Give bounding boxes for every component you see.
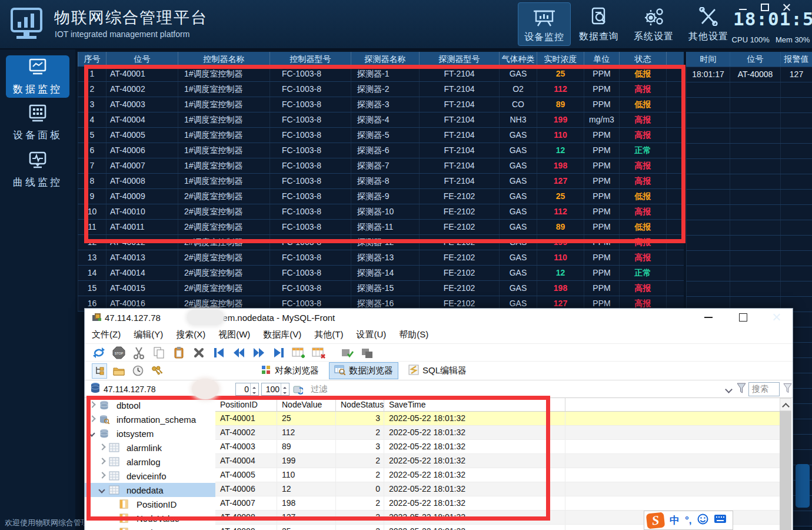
nav-last-icon[interactable]	[272, 346, 286, 360]
tree-item-label: NodeStatus	[137, 528, 182, 530]
nav-first-icon[interactable]	[212, 346, 226, 360]
tab-label: 对象浏览器	[275, 365, 319, 376]
close-icon[interactable]	[783, 4, 791, 11]
alarm-row[interactable]: 18:01:17AT-40008127	[686, 67, 812, 82]
tab-object-browser[interactable]: 对象浏览器	[255, 362, 324, 379]
tree-toggle-icon[interactable]	[92, 363, 107, 379]
alarm-empty-row	[686, 220, 812, 236]
copy-icon[interactable]	[152, 346, 166, 360]
keys-icon[interactable]	[149, 364, 164, 378]
sidebar-item-data-monitor[interactable]: 数据监控	[6, 55, 69, 98]
search-input[interactable]: 搜索	[748, 382, 780, 396]
cell: 110	[537, 250, 584, 265]
cell: 正常	[619, 266, 666, 280]
cell-empty	[730, 113, 780, 128]
cell-empty	[730, 82, 780, 97]
menu-item[interactable]: 其他(T)	[314, 329, 343, 340]
offset-stepper[interactable]: 0	[235, 383, 259, 396]
nav-next-icon[interactable]	[252, 346, 266, 360]
delete-row-icon[interactable]	[312, 346, 326, 360]
tab-sql-editor[interactable]: SQL编辑器	[403, 362, 472, 379]
chevron-down-icon[interactable]	[725, 386, 732, 393]
cell-empty	[730, 266, 780, 281]
maximize-icon[interactable]	[761, 4, 769, 11]
cpu-usage: CPU 100%	[732, 35, 770, 44]
cell: AT-40008	[730, 67, 780, 82]
menu-item[interactable]: 编辑(Y)	[134, 329, 163, 340]
mysql-maximize-icon[interactable]	[739, 313, 747, 322]
cell-empty	[686, 128, 730, 143]
cell: FE-2102	[419, 250, 499, 265]
cell: 14	[78, 266, 106, 280]
minimize-icon[interactable]	[739, 4, 747, 10]
cell-spacer	[666, 281, 684, 296]
cell: 18:01:17	[686, 67, 730, 82]
ime-emoji-icon[interactable]	[697, 514, 708, 528]
cell-empty	[686, 174, 730, 189]
ime-keyboard-icon[interactable]	[714, 514, 727, 526]
cell-empty	[730, 128, 780, 143]
connection-host[interactable]: 47.114.127.78	[104, 385, 192, 394]
menu-item[interactable]: 设置(U)	[356, 329, 386, 340]
column-header-filler	[565, 398, 780, 411]
delete-icon[interactable]	[192, 346, 206, 360]
table-row[interactable]: 15AT-400152#调度室控制器FC-1003-8探测器-15FE-2102…	[78, 281, 684, 296]
ime-punctuation-toggle[interactable]: °,	[685, 515, 692, 526]
nav-other-settings[interactable]: 其他设置	[682, 2, 735, 46]
menu-item[interactable]: 文件(Z)	[92, 329, 121, 340]
cell: AT-40013	[106, 250, 178, 265]
reload-data-icon[interactable]	[292, 383, 304, 395]
tab-data-browser[interactable]: 数据浏览器	[329, 362, 398, 379]
table-row[interactable]: 14AT-400142#调度室控制器FC-1003-8探测器-14FE-2102…	[78, 266, 684, 281]
tree-item-nodestatus[interactable]: NodeStatus	[85, 525, 215, 530]
paste-icon[interactable]	[172, 346, 186, 360]
stop-icon[interactable]: STOP	[112, 346, 126, 360]
ime-lang-toggle[interactable]: 中	[670, 514, 680, 527]
menu-item[interactable]: 数据库(V)	[263, 329, 301, 340]
alarm-empty-row	[686, 281, 812, 297]
cell: 2#调度室控制器	[178, 266, 269, 280]
alarm-scrollbar-thumb[interactable]	[796, 464, 810, 508]
scroll-up-icon[interactable]	[780, 398, 791, 411]
cell: PPM	[584, 266, 619, 280]
cell: 2022-05-22 18:01:32	[384, 525, 565, 530]
sidebar-item-device-panel[interactable]: 设备面板	[6, 101, 69, 144]
mysql-minimize-icon[interactable]	[704, 316, 713, 318]
nav-system-settings[interactable]: 系统设置	[627, 2, 680, 46]
nav-prev-icon[interactable]	[232, 346, 246, 360]
grid-scrollbar[interactable]	[780, 398, 791, 530]
cut-icon[interactable]	[132, 346, 146, 360]
filter-funnel-icon[interactable]	[737, 383, 746, 396]
mysql-front-app-icon	[92, 313, 102, 324]
limit-stepper[interactable]: 100	[261, 383, 289, 396]
table-row[interactable]: 13AT-400132#调度室控制器FC-1003-8探测器-13FE-2102…	[78, 250, 684, 266]
nav-data-query[interactable]: 数据查询	[573, 2, 625, 46]
data-browser-icon	[334, 365, 345, 377]
database-icon	[91, 382, 100, 396]
sogou-logo-icon[interactable]: S	[646, 512, 665, 529]
folder-icon[interactable]	[112, 364, 126, 378]
alarm-empty-row	[686, 174, 812, 190]
ime-toolbar: S 中 °,	[644, 511, 733, 530]
cell: AT-40014	[106, 266, 178, 280]
nav-device-monitor[interactable]: 设备监控	[518, 2, 571, 46]
mysql-close-icon[interactable]	[773, 313, 781, 321]
mysql-toolbar-2: 对象浏览器 数据浏览器 SQL编辑器	[85, 362, 793, 380]
revert-icon[interactable]	[360, 346, 374, 360]
cell-spacer	[666, 250, 684, 265]
alarm-empty-row	[686, 113, 812, 128]
menu-item[interactable]: 视图(W)	[218, 329, 250, 340]
refresh-icon[interactable]	[92, 346, 106, 360]
menu-item[interactable]: 帮助(S)	[399, 329, 428, 340]
insert-row-icon[interactable]	[292, 346, 306, 360]
commit-icon[interactable]	[340, 346, 354, 360]
cell: FC-1003-8	[269, 250, 351, 265]
cell: FC-1003-8	[269, 266, 351, 280]
cell-empty	[686, 98, 730, 112]
filter-input[interactable]: 过滤	[307, 383, 723, 396]
menu-item[interactable]: 搜索(X)	[176, 329, 205, 340]
search-funnel-icon[interactable]	[783, 383, 792, 396]
app-logo-icon	[8, 5, 45, 42]
clock-icon[interactable]	[131, 364, 145, 378]
sidebar-item-curve-monitor[interactable]: 曲线监控	[6, 148, 69, 191]
